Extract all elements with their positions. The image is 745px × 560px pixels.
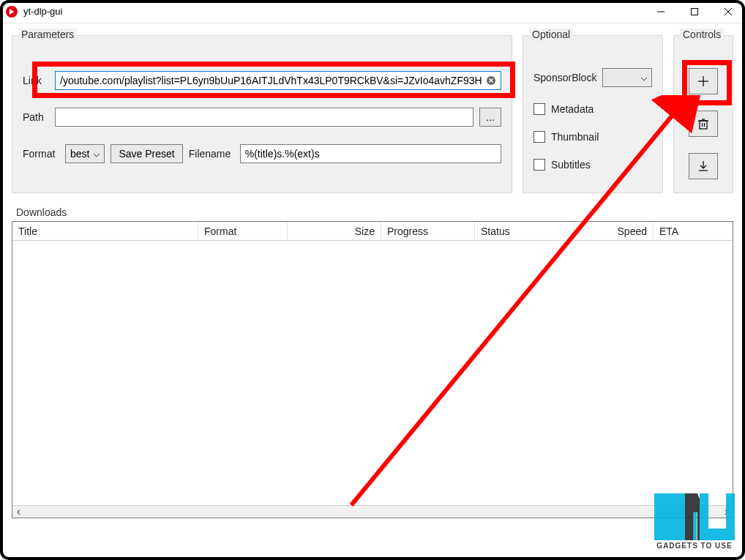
watermark-text: GADGETS TO USE (656, 542, 732, 550)
window-title: yt-dlp-gui (23, 6, 62, 17)
watermark: GADGETS TO USE (654, 493, 735, 550)
window-controls (644, 0, 745, 23)
col-status[interactable]: Status (475, 222, 574, 240)
thumbnail-label: Thumbnail (551, 131, 599, 143)
table-header: Title Format Size Progress Status Speed … (12, 222, 733, 241)
browse-path-button[interactable]: ... (479, 108, 501, 127)
link-input[interactable] (55, 71, 501, 90)
delete-button[interactable] (689, 111, 718, 137)
maximize-button[interactable] (678, 0, 711, 23)
chevron-down-icon (641, 72, 647, 83)
path-row: Path ... (23, 108, 501, 127)
sponsorblock-label: SponsorBlock (534, 72, 596, 83)
col-format[interactable]: Format (198, 222, 288, 240)
metadata-row: Metadata (534, 103, 652, 115)
downloads-table[interactable]: Title Format Size Progress Status Speed … (12, 221, 733, 518)
svg-rect-9 (700, 121, 707, 129)
optional-label: Optional (529, 29, 573, 40)
scroll-left-icon[interactable]: ‹ (12, 506, 25, 518)
add-button[interactable] (689, 68, 718, 94)
col-progress[interactable]: Progress (381, 222, 475, 240)
downloads-label: Downloads (12, 206, 733, 218)
parameters-label: Parameters (18, 29, 77, 40)
download-icon (697, 160, 709, 172)
sponsorblock-dropdown[interactable] (602, 68, 652, 87)
format-label: Format (23, 148, 59, 160)
save-preset-button[interactable]: Save Preset (111, 144, 182, 163)
controls-panel: Controls (673, 35, 733, 193)
parameters-panel: Parameters Link Path ... Format best (12, 35, 512, 193)
col-eta[interactable]: ETA (654, 222, 733, 240)
minimize-button[interactable] (644, 0, 678, 23)
link-label: Link (23, 75, 49, 86)
titlebar: yt-dlp-gui (0, 0, 745, 23)
close-button[interactable] (711, 0, 745, 23)
downloads-section: Downloads Title Format Size Progress Sta… (12, 206, 733, 518)
format-value: best (70, 148, 89, 160)
optional-panel: Optional SponsorBlock Metadata Thumbnail… (523, 35, 663, 193)
path-input[interactable] (55, 108, 473, 127)
link-row: Link (23, 71, 501, 90)
scroll-track[interactable] (25, 506, 720, 518)
clear-link-icon[interactable] (485, 75, 497, 86)
path-label: Path (23, 111, 49, 123)
app-icon (6, 6, 18, 18)
thumbnail-row: Thumbnail (534, 131, 652, 143)
sponsorblock-row: SponsorBlock (534, 68, 652, 87)
plus-icon (697, 75, 709, 87)
metadata-label: Metadata (551, 103, 594, 115)
filename-input[interactable] (240, 144, 501, 163)
metadata-checkbox[interactable] (534, 103, 545, 115)
download-button[interactable] (689, 153, 718, 179)
col-size[interactable]: Size (288, 222, 381, 240)
format-dropdown[interactable]: best (65, 144, 105, 163)
format-row: Format best Save Preset Filename (23, 144, 501, 163)
subtitles-label: Subtitles (551, 159, 591, 171)
link-input-wrap (55, 71, 501, 90)
svg-rect-1 (692, 8, 698, 15)
thumbnail-checkbox[interactable] (534, 131, 545, 143)
col-speed[interactable]: Speed (574, 222, 654, 240)
horizontal-scrollbar[interactable]: ‹ › (12, 505, 733, 518)
chevron-down-icon (94, 148, 100, 160)
controls-label: Controls (680, 29, 724, 40)
trash-icon (697, 118, 709, 130)
col-title[interactable]: Title (12, 222, 198, 240)
subtitles-row: Subtitles (534, 159, 652, 171)
subtitles-checkbox[interactable] (534, 159, 545, 171)
filename-label: Filename (189, 148, 234, 160)
